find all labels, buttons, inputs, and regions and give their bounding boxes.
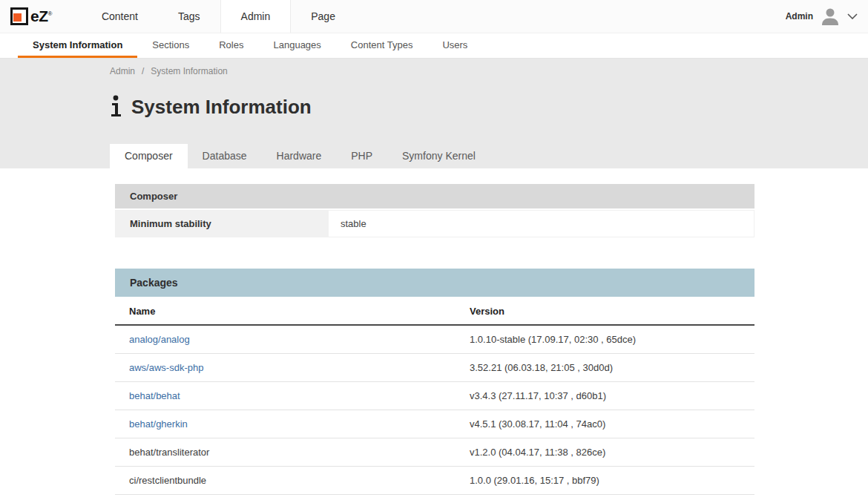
row-value: stable	[329, 211, 754, 237]
package-name: composer/ca-bundle	[115, 495, 456, 503]
package-name-link[interactable]: behat/gherkin	[115, 410, 456, 438]
package-name-link[interactable]: behat/behat	[115, 382, 456, 410]
composer-table-header: Composer	[115, 184, 754, 208]
table-row: aws/aws-sdk-php 3.52.21 (06.03.18, 21:05…	[115, 354, 754, 382]
breadcrumb-current: System Information	[151, 66, 227, 76]
package-version: v3.4.3 (27.11.17, 10:37 , d60b1)	[456, 382, 754, 410]
packages-table-header: Packages	[115, 269, 754, 297]
subnav-item-system-information[interactable]: System Information	[18, 33, 137, 58]
ez-logo[interactable]: eZ®	[0, 0, 52, 33]
chevron-down-icon	[847, 13, 858, 19]
menu-item-content[interactable]: Content	[82, 0, 158, 33]
table-row: composer/ca-bundle 1.1.0 (29.11.17, 09:3…	[115, 495, 754, 503]
composer-table: Composer Minimum stability stable	[115, 184, 754, 237]
page-title: System Information	[131, 96, 312, 118]
ez-logo-text: eZ®	[30, 7, 52, 25]
package-version: v4.5.1 (30.08.17, 11:04 , 74ac0)	[456, 410, 754, 438]
package-name-link[interactable]: analog/analog	[115, 325, 456, 354]
subnav-item-users[interactable]: Users	[427, 33, 482, 58]
user-menu[interactable]: Admin	[786, 0, 868, 33]
breadcrumb-admin[interactable]: Admin	[110, 66, 135, 76]
topbar: eZ® Content Tags Admin Page Admin	[0, 0, 868, 33]
tab-composer[interactable]: Composer	[110, 144, 188, 168]
admin-subnav: System Information Sections Roles Langua…	[0, 33, 868, 59]
package-name: behat/transliterator	[115, 438, 456, 467]
avatar-icon	[820, 6, 841, 27]
registered-mark: ®	[48, 10, 52, 17]
package-version: 1.1.0 (29.11.17, 09:37 , 943b2)	[456, 495, 754, 503]
table-row: Minimum stability stable	[115, 210, 754, 237]
menu-item-admin[interactable]: Admin	[220, 0, 292, 33]
column-header-version: Version	[456, 297, 754, 325]
breadcrumb-separator: /	[142, 66, 144, 76]
tab-hardware[interactable]: Hardware	[262, 144, 337, 168]
subnav-item-sections[interactable]: Sections	[137, 33, 204, 58]
package-version: v1.2.0 (04.04.17, 11:38 , 826ce)	[456, 438, 754, 467]
main-menu: Content Tags Admin Page	[82, 0, 355, 33]
system-info-tabs: Composer Database Hardware PHP Symfony K…	[110, 144, 868, 168]
subnav-item-roles[interactable]: Roles	[204, 33, 258, 58]
table-row: behat/gherkin v4.5.1 (30.08.17, 11:04 , …	[115, 410, 754, 438]
ez-logo-icon	[10, 7, 28, 25]
packages-column-header-row: Name Version	[115, 297, 754, 325]
breadcrumb: Admin / System Information	[110, 59, 868, 76]
tab-database[interactable]: Database	[188, 144, 262, 168]
title-row: System Information	[110, 94, 868, 118]
table-row: analog/analog 1.0.10-stable (17.09.17, 0…	[115, 325, 754, 354]
menu-item-page[interactable]: Page	[291, 0, 355, 33]
package-version: 1.0.10-stable (17.09.17, 02:30 , 65dce)	[456, 325, 754, 354]
package-version: 3.52.21 (06.03.18, 21:05 , 30d0d)	[456, 354, 754, 382]
column-header-name: Name	[115, 297, 456, 325]
tab-php[interactable]: PHP	[336, 144, 387, 168]
menu-item-tags[interactable]: Tags	[158, 0, 220, 33]
package-name: ci/restclientbundle	[115, 467, 456, 495]
page-header: Admin / System Information System Inform…	[0, 59, 868, 168]
system-information-icon	[110, 95, 122, 118]
row-label: Minimum stability	[115, 211, 329, 237]
tab-symfony-kernel[interactable]: Symfony Kernel	[387, 144, 490, 168]
package-name-link[interactable]: aws/aws-sdk-php	[115, 354, 456, 382]
subnav-item-content-types[interactable]: Content Types	[336, 33, 428, 58]
packages-table: Packages Name Version analog/analog 1.0.…	[115, 269, 754, 503]
subnav-item-languages[interactable]: Languages	[258, 33, 335, 58]
table-row: behat/transliterator v1.2.0 (04.04.17, 1…	[115, 438, 754, 467]
package-version: 1.0.0 (29.01.16, 15:17 , bbf79)	[456, 467, 754, 495]
table-row: ci/restclientbundle 1.0.0 (29.01.16, 15:…	[115, 467, 754, 495]
user-name: Admin	[786, 11, 813, 22]
tab-panel-composer: Composer Minimum stability stable Packag…	[0, 168, 868, 503]
table-row: behat/behat v3.4.3 (27.11.17, 10:37 , d6…	[115, 382, 754, 410]
